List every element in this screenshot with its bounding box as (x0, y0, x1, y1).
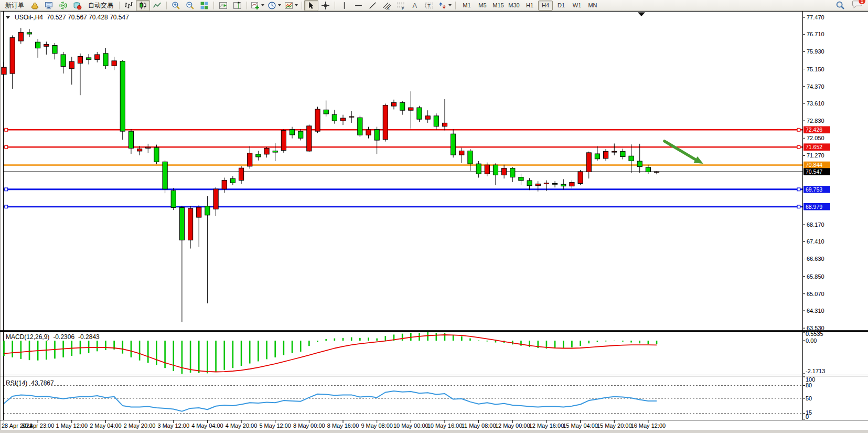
gold-ingot-icon[interactable] (28, 0, 42, 11)
zoom-out-icon[interactable] (183, 0, 197, 11)
candlestick-up (544, 183, 549, 184)
rsi-value: 43.7867 (31, 379, 53, 387)
time-axis-label: 2 May 04:00 (90, 423, 122, 429)
timeframe-button-W1[interactable]: W1 (570, 1, 584, 10)
zoom-in-icon[interactable] (169, 0, 183, 11)
price-axis-label: 65.850 (807, 273, 824, 280)
price-chart-canvas[interactable]: 77.47076.71075.93075.15074.37073.61072.8… (0, 11, 868, 433)
macd-name: MACD(12,26,9) (6, 333, 49, 341)
candlestick-down (451, 134, 456, 155)
candlestick-down (468, 151, 473, 164)
timeframe-button-M15[interactable]: M15 (491, 1, 506, 10)
time-axis-label: 8 May 16:00 (327, 423, 359, 429)
text-label-icon[interactable]: T (422, 0, 436, 11)
candlestick-up (391, 102, 396, 106)
cursor-icon[interactable] (304, 0, 318, 11)
timeframe-button-M5[interactable]: M5 (475, 1, 490, 10)
line-handle[interactable] (5, 188, 8, 191)
auto-trading-button[interactable]: 自动交易 (84, 0, 117, 11)
candlestick-down (493, 165, 498, 175)
candlestick-down (527, 181, 532, 186)
candlestick-down (637, 161, 642, 167)
fibonacci-icon[interactable]: F (394, 0, 408, 11)
templates-button[interactable] (283, 0, 299, 11)
timeframe-button-M30[interactable]: M30 (507, 1, 521, 10)
line-handle[interactable] (797, 128, 800, 131)
chart-window[interactable]: 77.47076.71075.93075.15074.37073.61072.8… (0, 11, 868, 433)
time-axis-label: 4 May 20:00 (226, 423, 258, 429)
macd-signal-value: -0.2843 (78, 333, 100, 341)
chevron-down-icon (295, 4, 298, 6)
candlestick-down (519, 177, 523, 181)
candlestick-down (230, 178, 235, 183)
candlestick-down (103, 54, 108, 66)
market-icon[interactable] (70, 0, 84, 11)
time-axis-label: 16 May 12:00 (631, 423, 666, 429)
symbol-period-label: USOil-,H4 (15, 14, 43, 21)
candlestick-up (654, 172, 659, 172)
horizontal-line-icon[interactable] (351, 0, 366, 11)
time-axis-label: 11 May 08:00 (462, 423, 496, 429)
candlestick-down (154, 147, 159, 162)
line-handle[interactable] (5, 145, 8, 149)
trendline-icon[interactable] (366, 0, 380, 11)
time-axis-label: 10 May 00:00 (393, 423, 428, 429)
line-handle[interactable] (797, 145, 800, 149)
search-icon[interactable] (833, 0, 847, 11)
timeframe-button-M1[interactable]: M1 (459, 1, 474, 10)
time-axis-label: 30 Apr 23:00 (22, 423, 54, 429)
bar-chart-icon[interactable] (122, 0, 136, 11)
add-indicator-button[interactable] (249, 0, 266, 11)
text-icon[interactable]: A (408, 0, 422, 11)
new-order-button[interactable]: 新订单 (2, 0, 28, 11)
candlestick-up (18, 33, 23, 41)
auto-scroll-icon[interactable] (216, 0, 230, 11)
candlestick-down (374, 130, 379, 140)
svg-text:F: F (402, 7, 404, 10)
line-handle[interactable] (5, 128, 8, 131)
tile-windows-icon[interactable] (197, 0, 211, 11)
price-axis-label: 77.470 (807, 14, 824, 20)
candlestick-down (476, 164, 481, 174)
candlestick-down (36, 42, 40, 48)
candlestick-up (239, 168, 243, 180)
candlestick-up (383, 105, 388, 139)
data-window-icon[interactable] (42, 0, 56, 11)
candlestick-down (27, 33, 31, 34)
line-handle[interactable] (5, 205, 8, 208)
candlestick-down (400, 102, 405, 110)
timeframe-button-MN[interactable]: MN (585, 1, 600, 10)
line-chart-icon[interactable] (150, 0, 164, 11)
periods-button[interactable] (266, 0, 283, 11)
equidistant-channel-icon[interactable]: E (380, 0, 394, 11)
notifications-button[interactable]: 1 (852, 0, 862, 11)
time-axis-label: 3 May 12:00 (157, 423, 189, 429)
crosshair-icon[interactable] (318, 0, 333, 11)
time-axis-label: 1 May 12:00 (56, 423, 88, 429)
price-level-chip-label: 68.979 (806, 204, 822, 210)
line-handle[interactable] (797, 205, 800, 208)
chart-menu-icon[interactable] (6, 16, 10, 19)
time-axis-label: 10 May 16:00 (427, 423, 463, 429)
candlestick-up (502, 168, 507, 175)
timeframe-button-D1[interactable]: D1 (554, 1, 569, 10)
candlestick-up (264, 148, 269, 154)
timeframe-button-H1[interactable]: H1 (522, 1, 537, 10)
arrows-icon[interactable] (436, 0, 453, 11)
price-level-chip-label: 70.844 (806, 162, 822, 168)
rsi-axis-label: 80 (806, 382, 812, 388)
time-axis-label: 12 May 00:00 (495, 423, 530, 429)
candlestick-down (171, 191, 176, 207)
timeframe-button-H4[interactable]: H4 (538, 1, 553, 10)
candlestick-up (146, 147, 151, 148)
candlestick-down (61, 55, 66, 67)
chart-shift-icon[interactable] (230, 0, 244, 11)
candlestick-up (315, 109, 320, 131)
time-axis-label: 2 May 20:00 (124, 423, 156, 429)
price-level-chip-label: 70.547 (806, 168, 822, 175)
line-handle[interactable] (797, 188, 800, 191)
signals-icon[interactable] (56, 0, 70, 11)
candlestick-chart-icon[interactable] (136, 0, 150, 11)
vertical-line-icon[interactable] (337, 0, 351, 11)
candlestick-up (535, 184, 540, 185)
